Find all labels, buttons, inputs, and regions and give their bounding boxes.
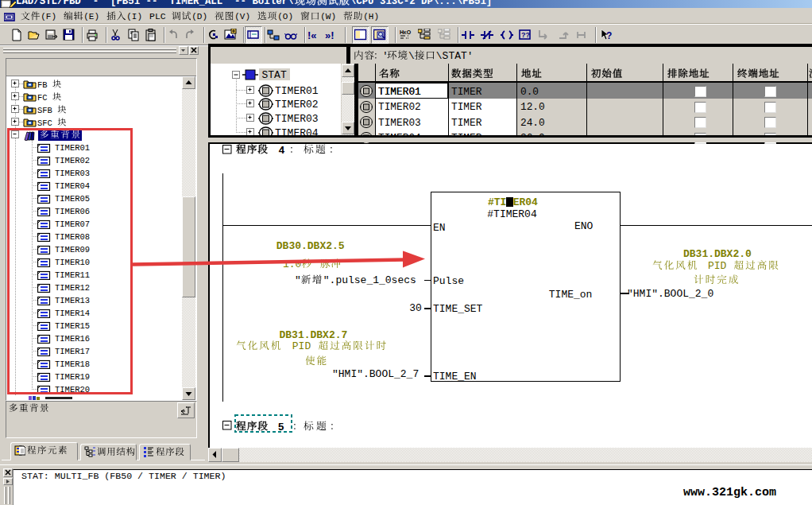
svg-text:(E): (E): [83, 12, 99, 21]
svg-text:?: ?: [606, 30, 612, 41]
svg-text:": ": [295, 274, 301, 286]
svg-text:PLC: PLC: [149, 11, 166, 21]
svg-text:(H): (H): [363, 12, 379, 21]
svg-text:FC: FC: [37, 92, 52, 102]
svg-text:!«: !«: [307, 29, 317, 41]
svg-text:"HMI".BOOL_2_7: "HMI".BOOL_2_7: [332, 368, 419, 380]
svg-text:??: ??: [521, 31, 530, 39]
svg-text:\STAT': \STAT': [436, 50, 474, 62]
svg-text:SFC: SFC: [37, 118, 57, 127]
svg-text:(F): (F): [41, 12, 56, 21]
svg-text:(O): (O): [277, 12, 293, 21]
svg-text:(D): (D): [191, 12, 207, 21]
svg-text:(V): (V): [234, 12, 250, 21]
svg-text:"HMI".BOOL_2_0: "HMI".BOOL_2_0: [627, 288, 713, 300]
svg-text:(W): (W): [320, 12, 336, 21]
svg-text:PID: PID: [292, 340, 311, 352]
svg-text:HKO: HKO: [400, 29, 412, 35]
svg-text:FB: FB: [37, 80, 52, 89]
svg-text:PID: PID: [708, 260, 727, 272]
svg-text:»!: »!: [325, 29, 334, 41]
svg-text:(I): (I): [126, 12, 142, 21]
svg-text:\CPU 313C-2 DP\...\FB51]: \CPU 313C-2 DP\...\FB51]: [350, 0, 492, 7]
svg-text:".pulse_1_0secs: ".pulse_1_0secs: [323, 274, 416, 286]
svg-text:LAD/STL/FBD - [FB51 -- TIME: LAD/STL/FBD - [FB51 -- TIMER_ALL -- Boil…: [16, 0, 293, 7]
svg-text:SFB: SFB: [37, 105, 57, 115]
svg-text:\: \: [408, 50, 415, 62]
